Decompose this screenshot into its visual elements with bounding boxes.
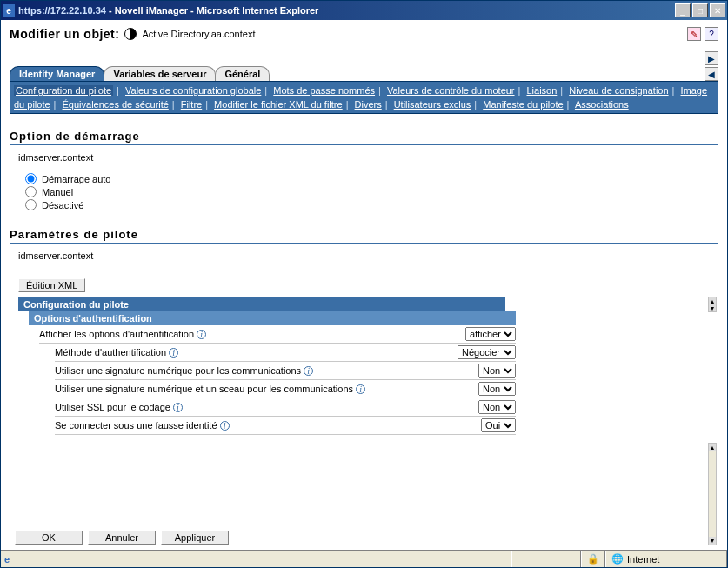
tab-identity-manager[interactable]: Identity Manager [10,66,104,81]
select-sig[interactable]: Non [478,364,516,378]
startup-auto-label: Démarrage auto [42,174,111,184]
label-sig: Utiliser une signature numérique pour le… [55,365,478,376]
page-header-left: Modifier un objet: Active Directory.aa.c… [10,27,255,41]
subnav-edit-filter-xml[interactable]: Modifier le fichier XML du filtre [214,99,343,110]
minimize-button[interactable]: _ [675,3,691,17]
select-method[interactable]: Négocier [458,345,516,359]
tabs-row: Identity Manager Variables de serveur Gé… [10,51,718,81]
subnav-filter[interactable]: Filtre [181,99,202,110]
row-seal: Utiliser une signature numérique et un s… [55,380,516,398]
startup-auto-row[interactable]: Démarrage auto [25,173,718,184]
row-impersonate: Se connecter sous une fausse identité i … [55,417,516,435]
tab-scroll-right[interactable]: ▶ [705,51,718,65]
cancel-button[interactable]: Annuler [88,531,156,545]
params-context: idmserver.context [10,251,718,261]
header-actions: ✎ ? [687,27,718,41]
text-ssl: Utiliser SSL pour le codage [55,402,170,412]
select-ssl[interactable]: Non [478,400,516,414]
subnav-misc[interactable]: Divers [355,99,382,110]
page-header: Modifier un objet: Active Directory.aa.c… [10,27,718,41]
page-title: Modifier un objet: [10,27,119,41]
startup-manual-radio[interactable] [25,186,37,197]
subnav-loglevel[interactable]: Niveau de consignation [569,85,668,96]
subnav-excluded-users[interactable]: Utilisateurs exclus [394,99,471,110]
config-main-bar: Configuration du pilote [18,297,505,311]
startup-scrollbar[interactable]: ▲ ▼ [708,297,717,312]
maximize-button[interactable]: □ [692,3,708,17]
tab-bar: Identity Manager Variables de serveur Gé… [10,66,696,81]
subnav-driver-manifest[interactable]: Manifeste du pilote [483,99,563,110]
tab-scroll-left[interactable]: ◀ [705,67,718,81]
zone-label: Internet [627,554,659,565]
help-icon[interactable]: ? [705,27,718,41]
app-window: e https://172.22.10.34 - Novell iManager… [0,0,728,568]
edit-icon[interactable]: ✎ [687,27,701,41]
startup-heading: Option de démarrage [10,130,718,143]
close-button[interactable]: ✕ [710,3,725,17]
info-icon[interactable]: i [173,403,183,412]
scroll-down-icon[interactable]: ▼ [709,537,716,545]
select-show-auth[interactable]: afficher [465,327,516,341]
startup-divider [10,144,718,145]
status-left: e [1,554,511,565]
subnav-link[interactable]: Liaison [526,85,557,96]
status-empty [511,551,581,567]
startup-disabled-label: Désactivé [42,200,83,210]
window-controls: _ □ ✕ [675,3,725,17]
startup-manual-label: Manuel [42,187,73,197]
info-icon[interactable]: i [197,330,206,339]
startup-manual-row[interactable]: Manuel [25,186,718,197]
internet-zone-icon: 🌐 [611,553,624,565]
info-icon[interactable]: i [220,421,230,431]
subnav-associations[interactable]: Associations [575,99,629,110]
subnav-named-passwords[interactable]: Mots de passe nommés [273,85,375,96]
params-divider [10,243,718,244]
row-method: Méthode d'authentification i Négocier [55,344,516,362]
text-sig: Utiliser une signature numérique pour le… [55,365,301,376]
info-icon[interactable]: i [304,366,313,376]
subnav-global-config[interactable]: Valeurs de configuration globale [125,85,261,96]
content-area: Modifier un objet: Active Directory.aa.c… [1,20,727,550]
startup-context: idmserver.context [10,152,718,163]
button-bar: OK Annuler Appliquer [10,525,718,550]
ok-button[interactable]: OK [15,531,83,545]
ie-icon: e [3,4,15,17]
apply-button[interactable]: Appliquer [161,531,229,545]
subnav-bar: Configuration du pilote| Valeurs de conf… [10,81,718,114]
tab-server-vars[interactable]: Variables de serveur [104,66,216,81]
scroll-up-icon[interactable]: ▲ [709,297,716,304]
statusbar: e 🔒 🌐 Internet [1,550,727,567]
window-title: https://172.22.10.34 - Novell iManager -… [18,5,318,16]
startup-disabled-row[interactable]: Désactivé [25,199,718,210]
scroll-up-icon[interactable]: ▲ [709,444,716,451]
object-path: Active Directory.aa.context [142,29,255,39]
text-show-auth: Afficher les options d'authentification [39,329,194,339]
select-impersonate[interactable]: Oui [481,418,516,432]
subnav-driver-config[interactable]: Configuration du pilote [14,85,113,96]
config-table: Configuration du pilote Options d'authen… [18,297,718,435]
label-seal: Utiliser une signature numérique et un s… [55,384,478,394]
text-method: Méthode d'authentification [55,347,166,358]
select-seal[interactable]: Non [478,382,516,396]
startup-auto-radio[interactable] [25,173,37,184]
params-heading: Paramètres de pilote [10,228,718,241]
info-icon[interactable]: i [356,384,365,394]
params-scrollbar[interactable]: ▲ ▼ [708,443,717,545]
status-zone: 🌐 Internet [605,551,727,567]
row-sig: Utiliser une signature numérique pour le… [55,362,516,380]
tab-general[interactable]: Général [215,66,270,81]
label-method: Méthode d'authentification i [55,347,458,358]
text-seal: Utiliser une signature numérique et un s… [55,384,353,394]
subnav-engine-control[interactable]: Valeurs de contrôle du moteur [387,85,515,96]
object-icon [124,28,137,40]
scroll-track[interactable] [709,451,716,537]
label-impersonate: Se connecter sous une fausse identité i [55,420,481,431]
info-icon[interactable]: i [169,348,178,358]
label-ssl: Utiliser SSL pour le codage i [55,402,478,412]
title-url: https://172.22.10.34 [18,5,106,16]
subnav-security-equiv[interactable]: Équivalences de sécurité [63,99,169,110]
ie-small-icon: e [4,554,10,565]
scroll-down-icon[interactable]: ▼ [709,304,716,311]
edit-xml-button[interactable]: Édition XML [18,278,85,292]
startup-disabled-radio[interactable] [25,199,37,210]
